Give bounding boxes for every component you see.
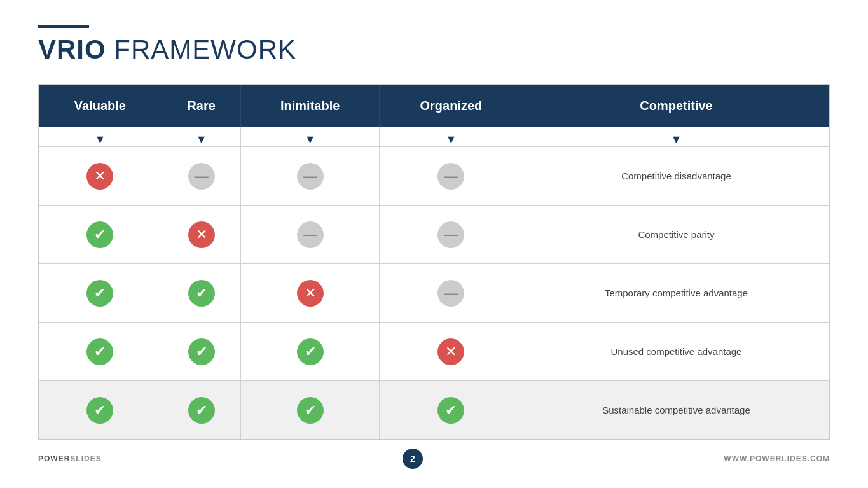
cell-row2-outcome: Competitive parity: [523, 206, 829, 264]
cell-row2-valuable: ✔: [39, 206, 162, 264]
icon-neutral: —: [188, 163, 215, 190]
footer-website: WWW.POWERLIDES.COM: [724, 454, 830, 463]
cell-row5-outcome: Sustainable competitive advantage: [523, 381, 829, 439]
title-section: VRIO FRAMEWORK: [38, 25, 830, 65]
cell-row4-organized: ✕: [379, 323, 523, 381]
icon-neutral: —: [437, 163, 464, 190]
table-row: ✔ ✔ ✕ — Temporary competitive advantage: [39, 264, 829, 323]
vrio-table: Valuable Rare Inimitable Organized Compe…: [39, 85, 829, 439]
cell-row4-valuable: ✔: [39, 323, 162, 381]
table-row: ✕ — — — Competitive disadvantage: [39, 147, 829, 206]
col-header-competitive: Competitive: [523, 85, 829, 127]
footer: POWERSLIDES 2 WWW.POWERLIDES.COM: [38, 449, 830, 469]
icon-check: ✔: [297, 397, 324, 424]
cell-row3-outcome: Temporary competitive advantage: [523, 264, 829, 323]
footer-line-left: [108, 459, 382, 459]
cell-row5-valuable: ✔: [39, 381, 162, 439]
icon-check: ✔: [86, 338, 113, 365]
arrow-down-rare: ▼: [162, 131, 241, 145]
icon-cross: ✕: [437, 338, 464, 365]
cell-row3-rare: ✔: [162, 264, 241, 323]
icon-check: ✔: [437, 397, 464, 424]
cell-row4-inimitable: ✔: [241, 323, 380, 381]
footer-line-right: [444, 459, 717, 459]
icon-neutral: —: [437, 221, 464, 248]
icon-check: ✔: [188, 338, 215, 365]
cell-row2-rare: ✕: [162, 206, 241, 264]
footer-page-number: 2: [403, 449, 423, 469]
arrow-down-valuable: ▼: [39, 131, 162, 145]
title-framework: FRAMEWORK: [106, 34, 296, 64]
cell-row2-organized: —: [379, 206, 523, 264]
icon-check: ✔: [86, 221, 113, 248]
col-header-inimitable: Inimitable: [241, 85, 380, 127]
icon-check: ✔: [86, 280, 113, 307]
page-container: VRIO FRAMEWORK Valuable Rare Inimitable …: [0, 0, 868, 488]
table-row: ✔ ✔ ✔ ✔ Sustainable competitive advantag…: [39, 381, 829, 439]
arrow-rare: ▼: [162, 127, 241, 147]
cell-row4-outcome: Unused competitive advantage: [523, 323, 829, 381]
brand-slides-text: SLIDES: [70, 454, 101, 463]
col-header-rare: Rare: [162, 85, 241, 127]
arrow-down-competitive: ▼: [523, 131, 829, 145]
table-row: ✔ ✔ ✔ ✕ Unused competitive advantage: [39, 323, 829, 381]
cell-row3-organized: —: [379, 264, 523, 323]
footer-brand-left: POWERSLIDES: [38, 454, 382, 463]
cell-row1-organized: —: [379, 147, 523, 206]
title-bar: [38, 25, 89, 28]
icon-neutral: —: [437, 280, 464, 307]
cell-row5-rare: ✔: [162, 381, 241, 439]
cell-row1-outcome: Competitive disadvantage: [523, 147, 829, 206]
page-title: VRIO FRAMEWORK: [38, 34, 830, 65]
cell-row1-inimitable: —: [241, 147, 380, 206]
cell-row2-inimitable: —: [241, 206, 380, 264]
brand-power: POWERSLIDES: [38, 454, 102, 463]
table-header-row: Valuable Rare Inimitable Organized Compe…: [39, 85, 829, 127]
brand-power-bold: POWER: [38, 454, 70, 463]
footer-brand-right: WWW.POWERLIDES.COM: [444, 454, 830, 463]
cell-row1-valuable: ✕: [39, 147, 162, 206]
arrow-inimitable: ▼: [241, 127, 380, 147]
cell-row3-inimitable: ✕: [241, 264, 380, 323]
icon-cross: ✕: [86, 163, 113, 190]
cell-row5-organized: ✔: [379, 381, 523, 439]
arrow-down-inimitable: ▼: [241, 131, 379, 145]
icon-neutral: —: [297, 163, 324, 190]
col-header-valuable: Valuable: [39, 85, 162, 127]
icon-neutral: —: [297, 221, 324, 248]
arrow-row: ▼ ▼ ▼ ▼ ▼: [39, 127, 829, 147]
icon-check: ✔: [188, 280, 215, 307]
arrow-down-organized: ▼: [380, 131, 523, 145]
icon-cross: ✕: [297, 280, 324, 307]
icon-check: ✔: [86, 397, 113, 424]
cell-row3-valuable: ✔: [39, 264, 162, 323]
icon-check: ✔: [188, 397, 215, 424]
col-header-organized: Organized: [379, 85, 523, 127]
cell-row4-rare: ✔: [162, 323, 241, 381]
cell-row5-inimitable: ✔: [241, 381, 380, 439]
icon-check: ✔: [297, 338, 324, 365]
table-row: ✔ ✕ — — Competitive parity: [39, 206, 829, 264]
arrow-competitive: ▼: [523, 127, 829, 147]
title-vrio: VRIO: [38, 34, 106, 64]
table-wrapper: Valuable Rare Inimitable Organized Compe…: [38, 84, 830, 440]
cell-row1-rare: —: [162, 147, 241, 206]
arrow-organized: ▼: [379, 127, 523, 147]
arrow-valuable: ▼: [39, 127, 162, 147]
icon-cross: ✕: [188, 221, 215, 248]
